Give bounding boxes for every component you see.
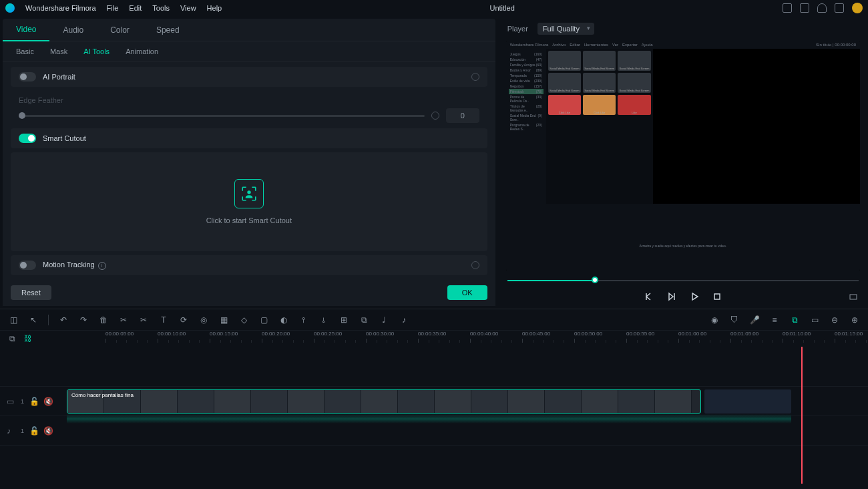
menu-edit[interactable]: Edit — [129, 4, 142, 12]
tab-audio[interactable]: Audio — [49, 19, 97, 41]
stop-button[interactable] — [712, 291, 722, 302]
tool-pointer-icon[interactable]: ↖ — [28, 315, 39, 325]
smart-cutout-start-button[interactable] — [234, 179, 264, 208]
ruler-tick: 00:00:30:00 — [366, 331, 394, 337]
reset-button[interactable]: Reset — [11, 285, 51, 300]
mixer-icon[interactable]: ≡ — [769, 315, 780, 325]
quality-select[interactable]: Full Quality — [537, 23, 594, 35]
tab-color[interactable]: Color — [97, 19, 143, 41]
layout-icon[interactable] — [783, 3, 792, 13]
overlay-clip[interactable] — [704, 389, 791, 414]
smart-cutout-label: Smart Cutout — [43, 134, 479, 142]
smart-cutout-toggle[interactable] — [19, 134, 36, 143]
track-content[interactable]: Cómo hacer pantallas fina — [67, 347, 868, 484]
audio-track-header: ♪ 1 🔓 🔇 — [0, 416, 67, 446]
main-area: Video Audio Color Speed Basic Mask AI To… — [0, 16, 868, 309]
tab-video[interactable]: Video — [3, 19, 49, 41]
magnet-icon[interactable]: ⧉ — [789, 315, 800, 325]
edge-feather-row: Edge Feather 0 — [11, 91, 487, 128]
video-clip[interactable]: Cómo hacer pantallas fina — [67, 389, 701, 414]
ruler-tick: 00:00:50:00 — [574, 331, 602, 337]
more-tool-1-icon[interactable]: ⊞ — [339, 315, 349, 325]
menu-file[interactable]: File — [107, 4, 119, 12]
fit-icon[interactable]: ▭ — [809, 315, 820, 325]
effects-icon[interactable]: ▦ — [218, 315, 229, 325]
smart-cutout-area: Click to start Smart Cutout — [11, 152, 487, 251]
track-lock-icon[interactable]: 🔓 — [29, 397, 38, 405]
adjust-icon[interactable]: ⫯ — [298, 315, 309, 325]
audio-lock-icon[interactable]: 🔓 — [29, 426, 38, 435]
edge-feather-slider[interactable] — [19, 115, 425, 117]
crop-icon[interactable]: ✂ — [138, 315, 149, 325]
app-name: Wondershare Filmora — [25, 4, 96, 12]
menu-help[interactable]: Help — [207, 4, 222, 12]
more-tool-3-icon[interactable]: ♩ — [379, 315, 389, 325]
player-label: Player — [507, 25, 528, 33]
track-mute-icon[interactable]: 🔇 — [43, 397, 52, 405]
tool-app-icon[interactable]: ◫ — [8, 315, 19, 325]
delete-icon[interactable]: 🗑 — [98, 315, 109, 325]
text-icon[interactable]: T — [158, 315, 169, 325]
shield-icon[interactable]: ⛉ — [729, 315, 740, 325]
info-icon[interactable]: i — [98, 262, 106, 270]
save-icon[interactable] — [800, 3, 809, 13]
zoom-out-icon[interactable]: ⊖ — [829, 315, 840, 325]
color-icon[interactable]: ◎ — [198, 315, 209, 325]
audio-adjust-icon[interactable]: ⫰ — [318, 315, 329, 325]
ruler-tick: 00:01:05:00 — [730, 331, 758, 337]
video-track-row[interactable]: Cómo hacer pantallas fina — [67, 387, 868, 416]
motion-tracking-toggle[interactable] — [19, 261, 36, 270]
subtab-basic[interactable]: Basic — [16, 47, 34, 55]
ruler-tick: 00:00:25:00 — [314, 331, 342, 337]
menu-view[interactable]: View — [180, 4, 196, 12]
audio-track-row[interactable] — [67, 416, 868, 446]
apps-icon[interactable] — [835, 3, 844, 13]
menu-tools[interactable]: Tools — [152, 4, 170, 12]
speed-icon[interactable]: ⟳ — [178, 315, 189, 325]
marker-icon[interactable]: ◉ — [709, 315, 720, 325]
edge-feather-value[interactable]: 0 — [446, 108, 479, 123]
link-icon[interactable]: ⛓ — [23, 333, 33, 344]
track-manage-icon[interactable]: ⧉ — [7, 333, 17, 344]
snapshot-icon[interactable] — [848, 291, 859, 302]
motion-tracking-reset-icon[interactable] — [471, 261, 479, 269]
app-logo-icon — [5, 3, 15, 13]
zoom-in-icon[interactable]: ⊕ — [849, 315, 860, 325]
edge-feather-reset-icon[interactable] — [431, 112, 439, 120]
redo-icon[interactable]: ↷ — [78, 315, 89, 325]
edge-feather-label: Edge Feather — [19, 96, 479, 104]
user-avatar-icon[interactable] — [852, 3, 863, 13]
mask-tool-icon[interactable]: ▢ — [258, 315, 269, 325]
split-icon[interactable]: ✂ — [118, 315, 129, 325]
document-title: Untitled — [232, 4, 772, 12]
ruler-tick: 00:00:05:00 — [105, 331, 134, 337]
subtab-animation[interactable]: Animation — [126, 47, 158, 55]
play-button[interactable] — [689, 291, 700, 302]
undo-icon[interactable]: ↶ — [58, 315, 69, 325]
preview-viewport[interactable]: Wondershare Filmora Archivo Editar Herra… — [506, 41, 860, 270]
cloud-icon[interactable] — [817, 3, 827, 13]
ruler-tick: 00:00:20:00 — [262, 331, 290, 337]
keyframe-icon[interactable]: ◇ — [238, 315, 249, 325]
audio-mute-icon[interactable]: 🔇 — [43, 426, 52, 435]
motion-tracking-row: Motion Tracking i — [11, 255, 487, 275]
subtab-mask[interactable]: Mask — [50, 47, 67, 55]
ok-button[interactable]: OK — [447, 285, 487, 300]
playback-slider[interactable] — [507, 276, 859, 285]
play-forward-button[interactable] — [666, 291, 677, 302]
more-tool-4-icon[interactable]: ♪ — [399, 315, 409, 325]
tab-speed[interactable]: Speed — [143, 19, 193, 41]
step-back-button[interactable] — [644, 291, 654, 302]
greenscreen-icon[interactable]: ◐ — [278, 315, 289, 325]
preview-content: Wondershare Filmora Archivo Editar Herra… — [506, 41, 860, 270]
playhead[interactable] — [801, 347, 803, 484]
tabs-secondary: Basic Mask AI Tools Animation — [3, 41, 495, 61]
more-tool-2-icon[interactable]: ⧉ — [359, 315, 369, 325]
timeline-ruler[interactable]: ⧉ ⛓ 00:00:05:0000:00:10:0000:00:15:0000:… — [0, 331, 868, 347]
timeline-toolbar: ◫ ↖ ↶ ↷ 🗑 ✂ ✂ T ⟳ ◎ ▦ ◇ ▢ ◐ ⫯ ⫰ ⊞ ⧉ ♩ ♪ … — [0, 309, 868, 331]
ai-portrait-reset-icon[interactable] — [471, 73, 479, 81]
ai-portrait-toggle[interactable] — [19, 72, 36, 82]
subtab-ai-tools[interactable]: AI Tools — [83, 47, 110, 55]
ruler-tick: 00:00:15:00 — [210, 331, 238, 337]
mic-record-icon[interactable]: 🎤 — [749, 315, 760, 325]
